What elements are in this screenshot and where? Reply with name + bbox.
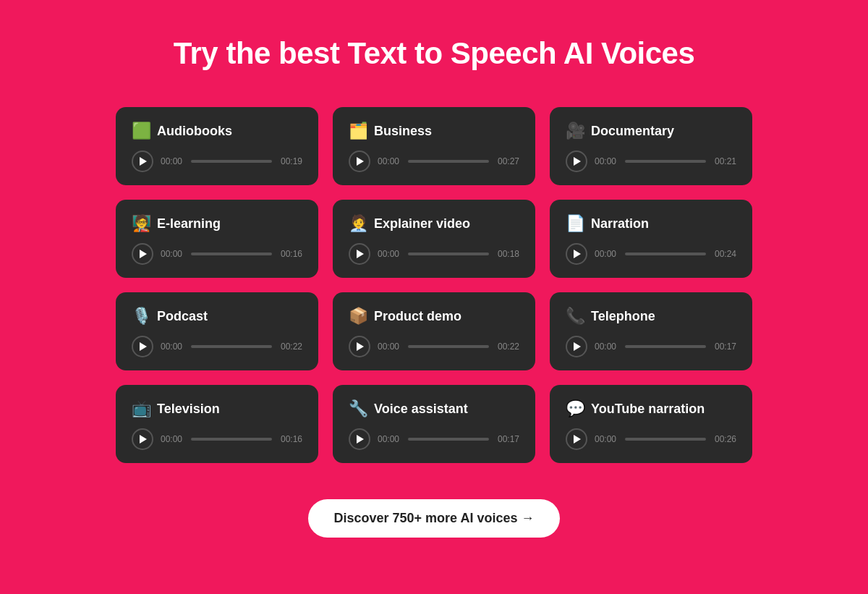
- audio-player-voiceassistant: 00:00 00:17: [349, 428, 519, 450]
- time-start-telephone: 00:00: [595, 341, 618, 352]
- time-end-productdemo: 00:22: [496, 341, 519, 352]
- progress-bar-elearning[interactable]: [191, 253, 272, 255]
- card-label-television: Television: [157, 402, 220, 417]
- card-emoji-elearning: 🧑‍🏫: [132, 214, 151, 233]
- progress-bar-business[interactable]: [408, 160, 489, 163]
- audio-player-explainer: 00:00 00:18: [349, 243, 519, 265]
- audio-player-business: 00:00 00:27: [349, 150, 519, 172]
- progress-bar-podcast[interactable]: [191, 345, 272, 348]
- progress-bar-youtubenarration[interactable]: [625, 438, 706, 441]
- time-end-television: 00:16: [279, 434, 302, 444]
- audio-player-elearning: 00:00 00:16: [132, 243, 302, 265]
- card-label-documentary: Documentary: [591, 124, 674, 139]
- play-button-telephone[interactable]: [566, 336, 587, 357]
- card-emoji-telephone: 📞: [566, 307, 585, 326]
- progress-bar-telephone[interactable]: [625, 345, 706, 348]
- page-title: Try the best Text to Speech AI Voices: [174, 36, 695, 71]
- progress-bar-narration[interactable]: [625, 253, 706, 255]
- audio-player-podcast: 00:00 00:22: [132, 336, 302, 357]
- card-productdemo: 📦 Product demo 00:00 00:22: [333, 292, 535, 370]
- progress-bar-television[interactable]: [191, 438, 272, 441]
- card-label-narration: Narration: [591, 216, 649, 232]
- card-business: 🗂️ Business 00:00 00:27: [333, 107, 535, 185]
- card-explainer: 🧑‍💼 Explainer video 00:00 00:18: [333, 200, 535, 278]
- progress-bar-documentary[interactable]: [625, 160, 706, 163]
- card-emoji-youtubenarration: 💬: [566, 399, 585, 418]
- play-button-audiobooks[interactable]: [132, 150, 153, 172]
- time-start-productdemo: 00:00: [378, 341, 401, 352]
- card-narration: 📄 Narration 00:00 00:24: [550, 200, 752, 278]
- time-start-voiceassistant: 00:00: [378, 434, 401, 444]
- audio-player-telephone: 00:00 00:17: [566, 336, 736, 357]
- card-elearning: 🧑‍🏫 E-learning 00:00 00:16: [116, 200, 318, 278]
- card-label-productdemo: Product demo: [374, 309, 461, 324]
- play-button-youtubenarration[interactable]: [566, 428, 587, 450]
- time-end-elearning: 00:16: [279, 249, 302, 259]
- time-start-youtubenarration: 00:00: [595, 434, 618, 444]
- card-label-business: Business: [374, 124, 432, 139]
- play-button-television[interactable]: [132, 428, 153, 450]
- card-title-audiobooks: 🟩 Audiobooks: [132, 122, 302, 140]
- progress-bar-voiceassistant[interactable]: [408, 438, 489, 441]
- card-label-voiceassistant: Voice assistant: [374, 402, 468, 417]
- card-emoji-business: 🗂️: [349, 122, 368, 140]
- play-button-podcast[interactable]: [132, 336, 153, 357]
- card-title-business: 🗂️ Business: [349, 122, 519, 140]
- card-label-audiobooks: Audiobooks: [157, 124, 232, 139]
- play-button-explainer[interactable]: [349, 243, 370, 265]
- play-button-productdemo[interactable]: [349, 336, 370, 357]
- card-label-podcast: Podcast: [157, 309, 208, 324]
- voice-cards-grid: 🟩 Audiobooks 00:00 00:19 🗂️ Business 00:…: [116, 107, 752, 463]
- time-end-voiceassistant: 00:17: [496, 434, 519, 444]
- progress-bar-explainer[interactable]: [408, 253, 489, 255]
- time-end-narration: 00:24: [713, 249, 736, 259]
- progress-bar-audiobooks[interactable]: [191, 160, 272, 163]
- card-documentary: 🎥 Documentary 00:00 00:21: [550, 107, 752, 185]
- play-button-elearning[interactable]: [132, 243, 153, 265]
- card-emoji-productdemo: 📦: [349, 307, 368, 326]
- card-youtubenarration: 💬 YouTube narration 00:00 00:26: [550, 385, 752, 463]
- card-emoji-explainer: 🧑‍💼: [349, 214, 368, 233]
- card-title-television: 📺 Television: [132, 399, 302, 418]
- audio-player-narration: 00:00 00:24: [566, 243, 736, 265]
- discover-more-button[interactable]: Discover 750+ more AI voices →: [308, 499, 561, 538]
- card-title-elearning: 🧑‍🏫 E-learning: [132, 214, 302, 233]
- time-start-documentary: 00:00: [595, 156, 618, 166]
- time-end-documentary: 00:21: [713, 156, 736, 166]
- card-emoji-audiobooks: 🟩: [132, 122, 151, 140]
- card-podcast: 🎙️ Podcast 00:00 00:22: [116, 292, 318, 370]
- card-emoji-television: 📺: [132, 399, 151, 418]
- time-end-telephone: 00:17: [713, 341, 736, 352]
- time-end-business: 00:27: [496, 156, 519, 166]
- card-voiceassistant: 🔧 Voice assistant 00:00 00:17: [333, 385, 535, 463]
- progress-bar-productdemo[interactable]: [408, 345, 489, 348]
- play-button-business[interactable]: [349, 150, 370, 172]
- audio-player-documentary: 00:00 00:21: [566, 150, 736, 172]
- card-label-elearning: E-learning: [157, 216, 221, 232]
- time-end-audiobooks: 00:19: [279, 156, 302, 166]
- card-emoji-documentary: 🎥: [566, 122, 585, 140]
- card-title-documentary: 🎥 Documentary: [566, 122, 736, 140]
- time-end-explainer: 00:18: [496, 249, 519, 259]
- play-button-documentary[interactable]: [566, 150, 587, 172]
- card-label-telephone: Telephone: [591, 309, 655, 324]
- card-television: 📺 Television 00:00 00:16: [116, 385, 318, 463]
- card-emoji-podcast: 🎙️: [132, 307, 151, 326]
- time-start-podcast: 00:00: [161, 341, 184, 352]
- card-title-productdemo: 📦 Product demo: [349, 307, 519, 326]
- time-end-podcast: 00:22: [279, 341, 302, 352]
- time-end-youtubenarration: 00:26: [713, 434, 736, 444]
- audio-player-television: 00:00 00:16: [132, 428, 302, 450]
- card-label-explainer: Explainer video: [374, 216, 470, 232]
- play-button-voiceassistant[interactable]: [349, 428, 370, 450]
- play-button-narration[interactable]: [566, 243, 587, 265]
- card-emoji-narration: 📄: [566, 214, 585, 233]
- audio-player-audiobooks: 00:00 00:19: [132, 150, 302, 172]
- card-label-youtubenarration: YouTube narration: [591, 402, 705, 417]
- card-title-explainer: 🧑‍💼 Explainer video: [349, 214, 519, 233]
- time-start-business: 00:00: [378, 156, 401, 166]
- audio-player-youtubenarration: 00:00 00:26: [566, 428, 736, 450]
- time-start-audiobooks: 00:00: [161, 156, 184, 166]
- time-start-television: 00:00: [161, 434, 184, 444]
- card-title-voiceassistant: 🔧 Voice assistant: [349, 399, 519, 418]
